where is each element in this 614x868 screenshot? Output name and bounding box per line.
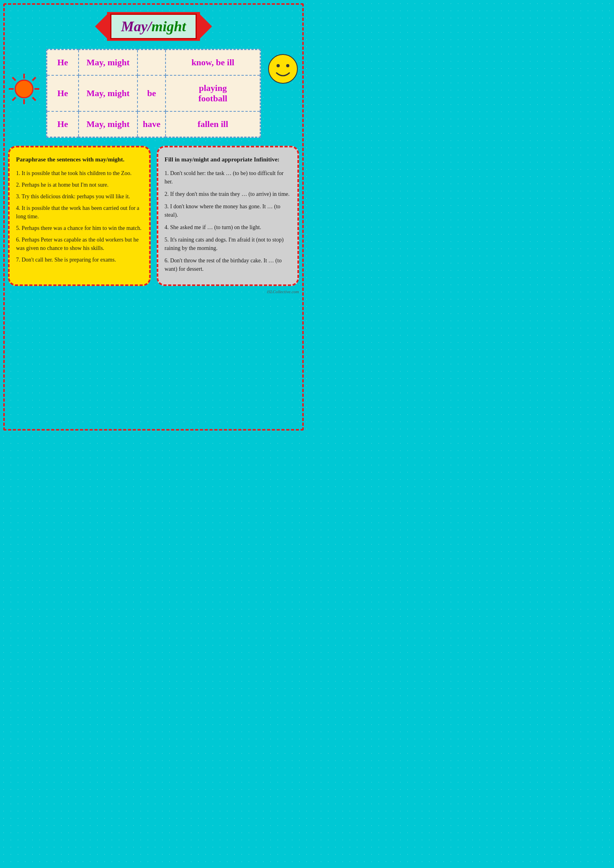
svg-line-6 [32, 77, 36, 81]
table-section: He May, might know, be ill He May, might… [8, 49, 299, 138]
exercises-row: Paraphrase the sentences with may/might.… [8, 146, 299, 286]
svg-point-11 [286, 64, 289, 67]
exercise-left-list: 1. It is possible that he took his child… [16, 169, 143, 264]
title-section: May/might [8, 12, 299, 41]
cell-subject-1: He [47, 50, 79, 76]
list-item: 3. I don't know where the money has gone… [165, 202, 291, 219]
cell-subject-2: He [47, 75, 79, 111]
cell-complement-1: know, be ill [166, 50, 260, 76]
exercise-right-items: 1. Don't scold her: the task … (to be) t… [165, 169, 291, 273]
exercise-left-box: Paraphrase the sentences with may/might.… [8, 146, 151, 286]
sun-icon [8, 73, 40, 105]
left-decorations [8, 49, 40, 105]
exercise-left-title: Paraphrase the sentences with may/might. [16, 155, 143, 164]
exercise-right-title: Fill in may/might and appropriate Infini… [165, 155, 291, 164]
list-item: 2. If they don't miss the train they … (… [165, 190, 291, 198]
right-decorations [267, 49, 299, 85]
grammar-table: He May, might know, be ill He May, might… [46, 49, 261, 138]
svg-point-8 [15, 80, 33, 98]
page-title: May/might [121, 18, 186, 34]
banner-container: May/might [95, 12, 212, 41]
list-item: 4. She asked me if … (to turn) on the li… [165, 223, 291, 232]
cell-subject-3: He [47, 111, 79, 137]
list-item: 7. Don't call her. She is preparing for … [16, 256, 143, 264]
cell-complement-3: fallen ill [166, 111, 260, 137]
list-item: 6. Perhaps Peter was capable as the old … [16, 236, 143, 252]
svg-line-4 [12, 77, 16, 81]
svg-point-9 [269, 54, 297, 83]
title-might: might [151, 18, 186, 34]
list-item: 6. Don't throw the rest of the birthday … [165, 256, 291, 273]
cell-modal-3: May, might [79, 111, 137, 137]
table-row: He May, might be playing football [47, 75, 261, 111]
svg-line-7 [12, 97, 16, 101]
banner-arrow-left [95, 14, 107, 38]
cell-modal-2: May, might [79, 75, 137, 111]
cell-modal-1: May, might [79, 50, 137, 76]
banner-arrow-right [200, 14, 212, 38]
svg-point-10 [277, 64, 280, 67]
list-item: 5. Perhaps there was a chance for him to… [16, 224, 143, 232]
complement-2-football: football [171, 93, 255, 104]
list-item: 1. It is possible that he took his child… [16, 169, 143, 177]
complement-2-playing: playing [171, 83, 255, 93]
list-item: 4. It is possible that the work has been… [16, 204, 143, 221]
banner-center: May/might [107, 12, 200, 41]
watermark: iSLCollective.com [8, 289, 299, 294]
cell-complement-2: playing football [166, 75, 260, 111]
title-may: May/ [121, 18, 151, 34]
exercise-right-box: Fill in may/might and appropriate Infini… [157, 146, 299, 286]
smiley-icon [267, 53, 299, 85]
table-row: He May, might know, be ill [47, 50, 261, 76]
cell-verb-3: have [137, 111, 166, 137]
list-item: 5. It's raining cats and dogs. I'm afrai… [165, 236, 291, 252]
cell-verb-1 [137, 50, 166, 76]
table-row: He May, might have fallen ill [47, 111, 261, 137]
cell-verb-2: be [137, 75, 166, 111]
list-item: 2. Perhaps he is at home but I'm not sur… [16, 181, 143, 189]
banner-inner-box: May/might [110, 14, 197, 39]
svg-line-5 [32, 97, 36, 101]
list-item: 3. Try this delicious drink: perhaps you… [16, 192, 143, 201]
list-item: 1. Don't scold her: the task … (to be) t… [165, 169, 291, 186]
